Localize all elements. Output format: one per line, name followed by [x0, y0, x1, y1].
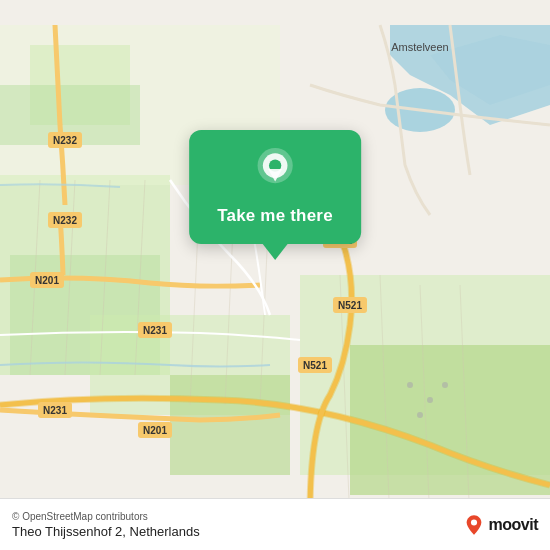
svg-text:N521: N521 — [303, 360, 327, 371]
moovit-brand-text: moovit — [489, 516, 538, 534]
svg-text:N232: N232 — [53, 215, 77, 226]
svg-text:N201: N201 — [35, 275, 59, 286]
svg-point-46 — [417, 412, 423, 418]
svg-point-45 — [427, 397, 433, 403]
map-container[interactable]: N232 N232 N201 N521 N521 N521 N231 N231 … — [0, 0, 550, 550]
location-label: Theo Thijssenhof 2, Netherlands — [12, 524, 200, 539]
svg-text:N521: N521 — [338, 300, 362, 311]
svg-text:N232: N232 — [53, 135, 77, 146]
svg-text:N201: N201 — [143, 425, 167, 436]
svg-point-44 — [407, 382, 413, 388]
svg-text:Amstelveen: Amstelveen — [391, 41, 448, 53]
attribution-text: © OpenStreetMap contributors — [12, 511, 200, 522]
popup-bubble[interactable]: Take me there — [189, 130, 361, 244]
svg-text:N231: N231 — [43, 405, 67, 416]
moovit-icon — [463, 514, 485, 536]
popup-card: Take me there — [189, 130, 361, 244]
take-me-there-button[interactable]: Take me there — [217, 202, 333, 230]
map-svg: N232 N232 N201 N521 N521 N521 N231 N231 … — [0, 0, 550, 550]
svg-rect-8 — [350, 345, 550, 495]
bottom-left: © OpenStreetMap contributors Theo Thijss… — [12, 511, 200, 539]
svg-rect-6 — [170, 375, 290, 475]
svg-point-52 — [470, 519, 476, 525]
bottom-bar: © OpenStreetMap contributors Theo Thijss… — [0, 498, 550, 550]
svg-text:N231: N231 — [143, 325, 167, 336]
moovit-logo: moovit — [463, 514, 538, 536]
location-pin-icon — [253, 148, 297, 192]
svg-point-47 — [442, 382, 448, 388]
